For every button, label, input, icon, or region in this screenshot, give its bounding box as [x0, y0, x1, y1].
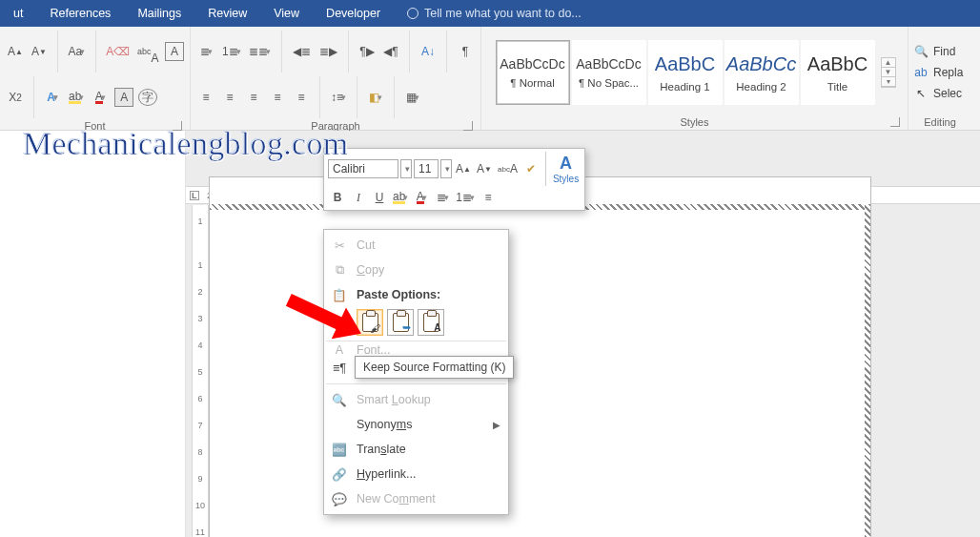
smart-lookup-item[interactable]: 🔍 Smart Lookup [324, 387, 508, 412]
separator [446, 31, 447, 72]
align-right-button[interactable]: ≡ [244, 88, 263, 107]
align-left-button[interactable]: ≡ [196, 88, 215, 107]
character-border-button[interactable]: A [165, 42, 184, 61]
style-preview: AaBbCcDc [573, 56, 645, 72]
character-shading-button[interactable]: A [114, 88, 133, 107]
numbering-button[interactable]: 1≣▾ [454, 188, 477, 207]
line-spacing-button[interactable]: ↕≡▾ [329, 88, 348, 107]
phonetic-guide-button[interactable]: abcA [136, 42, 160, 61]
distributed-button[interactable]: ≡ [292, 88, 311, 107]
paragraph-group: ≣▾ 1≣▾ ≣≣▾ ◀≣ ≣▶ ¶▶ ◀¶ A↓ ¶ ≡ ≡ ≡ ≡ ≡ [191, 27, 481, 130]
vertical-ruler[interactable]: 1 1 2 3 4 5 6 7 8 9 10 11 [192, 205, 209, 537]
hyperlink-item[interactable]: 🔗 Hyperlink... [324, 462, 508, 486]
highlight-button[interactable]: ab▾ [391, 188, 410, 207]
font-color-button[interactable]: A▾ [91, 88, 110, 107]
document-page[interactable] [209, 176, 871, 537]
borders-button[interactable]: ▦▾ [403, 88, 422, 107]
tab-references[interactable]: References [36, 0, 124, 27]
ruler-mark: 6 [197, 394, 202, 403]
replace-icon: ab [914, 66, 928, 79]
styles-scroll-up[interactable]: ▲ [882, 58, 895, 68]
tab-review[interactable]: Review [194, 0, 260, 27]
mini-toolbar: Calibri▾ 11▾ A▲ A▼ abcA ✔ A Styles B I U… [323, 148, 585, 211]
change-case-button[interactable]: Aa▾ [67, 42, 87, 61]
decrease-indent-button[interactable]: ◀≣ [291, 42, 313, 61]
paragraph-icon: ≡¶ [330, 361, 349, 375]
separator [57, 31, 58, 72]
paste-merge-button[interactable] [387, 309, 414, 336]
paste-text-only-button[interactable] [418, 309, 444, 336]
tab-view[interactable]: View [260, 0, 313, 27]
new-comment-item[interactable]: 💬 New Comment [324, 486, 508, 511]
font-size-dropdown[interactable]: ▾ [440, 159, 452, 178]
bullets-button[interactable]: ≣▾ [196, 42, 215, 61]
tab-selector[interactable]: L [190, 191, 199, 200]
style-heading-1[interactable]: AaBbC Heading 1 [648, 40, 723, 105]
shrink-font-button[interactable]: A▼ [30, 42, 49, 61]
separator [95, 31, 96, 72]
ruler-mark: 2 [197, 287, 202, 297]
highlight-button[interactable]: ab▾ [67, 88, 86, 107]
increase-indent-button[interactable]: ≣▶ [317, 42, 339, 61]
font-name-combo[interactable]: Calibri [328, 159, 398, 178]
format-painter-button[interactable]: ✔ [521, 159, 541, 178]
style-title[interactable]: AaBbC Title [801, 40, 875, 105]
font-color-button[interactable]: A▾ [412, 188, 431, 207]
styles-dialog-launcher[interactable] [890, 117, 900, 127]
translate-icon: 🔤 [330, 443, 349, 457]
tell-me-label: Tell me what you want to do... [424, 7, 582, 20]
sort-button[interactable]: A↓ [419, 42, 438, 61]
rtl-direction-button[interactable]: ◀¶ [381, 42, 400, 61]
styles-scroll-down[interactable]: ▼ [882, 68, 895, 77]
separator [394, 76, 395, 118]
grow-font-button[interactable]: A▲ [6, 42, 25, 61]
style-preview: AaBbCc [725, 53, 798, 75]
superscript-button[interactable]: X2 [6, 88, 25, 107]
clear-formatting-button[interactable]: A⌫ [105, 42, 132, 61]
find-button[interactable]: 🔍 Find [914, 43, 966, 60]
numbering-button[interactable]: 1≣▾ [220, 42, 243, 61]
tab-mailings[interactable]: Mailings [124, 0, 194, 27]
lightbulb-icon [407, 8, 419, 19]
underline-button[interactable]: U [370, 188, 389, 207]
copy-item[interactable]: ⧉ Copy [324, 258, 508, 282]
paragraph-dialog-launcher[interactable] [463, 121, 473, 131]
watermark-text: Mechanicalengblog.com [23, 126, 348, 162]
style-no-spacing[interactable]: AaBbCcDc ¶ No Spac... [572, 40, 646, 105]
styles-button[interactable]: A Styles [551, 159, 581, 178]
tell-me-input[interactable]: Tell me what you want to do... [394, 7, 582, 20]
style-heading-2[interactable]: AaBbCc Heading 2 [725, 40, 799, 105]
align-center-button[interactable]: ≡ [220, 88, 239, 107]
style-normal[interactable]: AaBbCcDc ¶ Normal [496, 40, 570, 105]
shrink-font-button[interactable]: A▼ [475, 159, 494, 178]
styles-expand[interactable]: ▾ [882, 77, 895, 87]
translate-item[interactable]: 🔤 Translate [324, 437, 508, 462]
style-preview: AaBbC [802, 53, 874, 75]
grow-font-button[interactable]: A▲ [454, 159, 473, 178]
enclose-characters-button[interactable]: 字 [138, 89, 157, 106]
font-size-combo[interactable]: 11 [414, 159, 439, 178]
select-button[interactable]: ↖ Selec [914, 85, 966, 102]
tab-strip: ut References Mailings Review View Devel… [0, 0, 980, 27]
tab-developer[interactable]: Developer [313, 0, 394, 27]
separator [348, 31, 349, 72]
phonetic-guide-button[interactable]: abcA [496, 159, 520, 178]
synonyms-item[interactable]: Synonyms ▶ [324, 412, 508, 437]
align-button[interactable]: ≡ [479, 188, 498, 207]
ltr-direction-button[interactable]: ¶▶ [357, 42, 377, 61]
replace-button[interactable]: ab Repla [914, 64, 966, 81]
multilevel-list-button[interactable]: ≣≣▾ [248, 42, 274, 61]
italic-button[interactable]: I [349, 188, 368, 207]
text-effects-button[interactable]: A▾ [43, 88, 62, 107]
tab-layout[interactable]: ut [0, 0, 36, 27]
justify-button[interactable]: ≡ [268, 88, 287, 107]
shading-button[interactable]: ◧▾ [366, 88, 385, 107]
bold-button[interactable]: B [328, 188, 347, 207]
style-name: ¶ Normal [497, 77, 569, 89]
bullets-button[interactable]: ≣▾ [433, 188, 452, 207]
paste-tooltip: Keep Source Formatting (K) [355, 356, 514, 379]
show-marks-button[interactable]: ¶ [456, 42, 475, 61]
ruler-mark: 1 [197, 260, 202, 270]
cut-item[interactable]: ✂ Cut [324, 233, 508, 258]
font-name-dropdown[interactable]: ▾ [400, 159, 412, 178]
